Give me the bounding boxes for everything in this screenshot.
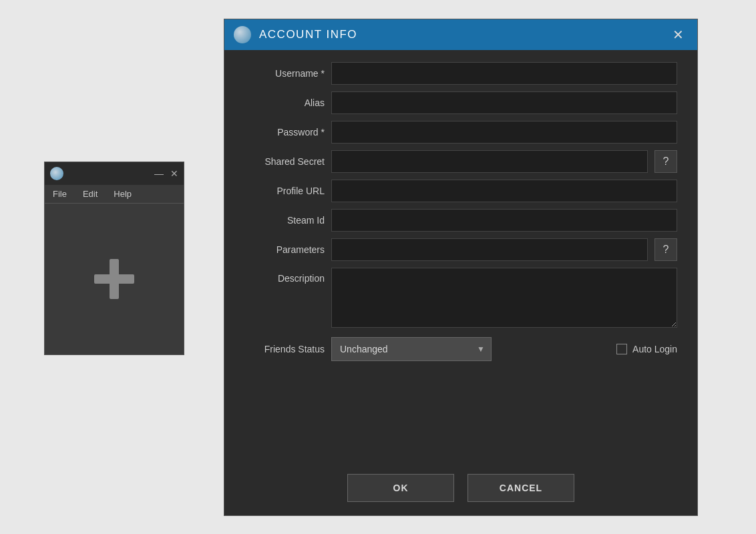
shared-secret-input[interactable] [331, 150, 648, 173]
description-row: Description [238, 268, 677, 328]
small-window-menubar: File Edit Help [45, 185, 184, 204]
minimize-button[interactable]: — [154, 169, 164, 178]
cancel-button[interactable]: CANCEL [467, 474, 574, 502]
shared-secret-row: Shared Secret ? [238, 150, 677, 173]
dialog-title: ACCOUNT INFO [259, 28, 669, 41]
friends-status-select[interactable]: Unchanged Online Away Invisible Offline [331, 337, 492, 361]
dialog-footer: OK CANCEL [224, 465, 697, 515]
close-button-small[interactable]: ✕ [170, 169, 178, 178]
profile-url-row: Profile URL [238, 180, 677, 202]
friends-status-row: Friends Status Unchanged Online Away Inv… [238, 337, 677, 361]
small-window: — ✕ File Edit Help [44, 162, 184, 355]
steam-id-row: Steam Id [238, 209, 677, 232]
friends-status-select-wrapper: Unchanged Online Away Invisible Offline … [331, 337, 492, 361]
parameters-input[interactable] [331, 238, 648, 261]
username-input[interactable] [331, 62, 677, 85]
dialog-close-button[interactable]: ✕ [669, 27, 688, 43]
username-label: Username * [238, 68, 325, 79]
steam-id-input[interactable] [331, 209, 677, 232]
dialog-body: Username * Alias Password * Shared Secre… [224, 50, 697, 465]
shared-secret-help-button[interactable]: ? [654, 150, 677, 173]
profile-url-input[interactable] [331, 180, 677, 202]
auto-login-label: Auto Login [632, 344, 677, 354]
ok-button[interactable]: OK [347, 474, 454, 502]
steam-logo-icon [234, 26, 251, 43]
account-info-dialog: ACCOUNT INFO ✕ Username * Alias Password… [224, 19, 698, 516]
description-label: Description [238, 268, 325, 284]
auto-login-checkbox[interactable] [616, 344, 627, 354]
friends-status-label: Friends Status [238, 344, 325, 354]
alias-input[interactable] [331, 91, 677, 114]
parameters-row: Parameters ? [238, 238, 677, 261]
menu-edit[interactable]: Edit [80, 188, 100, 200]
password-row: Password * [238, 121, 677, 144]
add-account-icon[interactable] [94, 259, 134, 299]
small-window-controls: — ✕ [154, 169, 178, 178]
description-input[interactable] [331, 268, 677, 328]
dialog-titlebar: ACCOUNT INFO ✕ [224, 19, 697, 50]
alias-label: Alias [238, 97, 325, 108]
menu-file[interactable]: File [50, 188, 69, 200]
menu-help[interactable]: Help [111, 188, 134, 200]
steam-logo-small-icon [50, 167, 63, 180]
username-row: Username * [238, 62, 677, 85]
shared-secret-label: Shared Secret [238, 156, 325, 167]
small-window-titlebar: — ✕ [45, 162, 184, 185]
steam-id-label: Steam Id [238, 215, 325, 226]
password-label: Password * [238, 127, 325, 138]
profile-url-label: Profile URL [238, 186, 325, 196]
parameters-help-button[interactable]: ? [654, 238, 677, 261]
auto-login-area: Auto Login [616, 344, 677, 354]
parameters-label: Parameters [238, 244, 325, 255]
small-window-body [45, 204, 184, 354]
alias-row: Alias [238, 91, 677, 114]
password-input[interactable] [331, 121, 677, 144]
